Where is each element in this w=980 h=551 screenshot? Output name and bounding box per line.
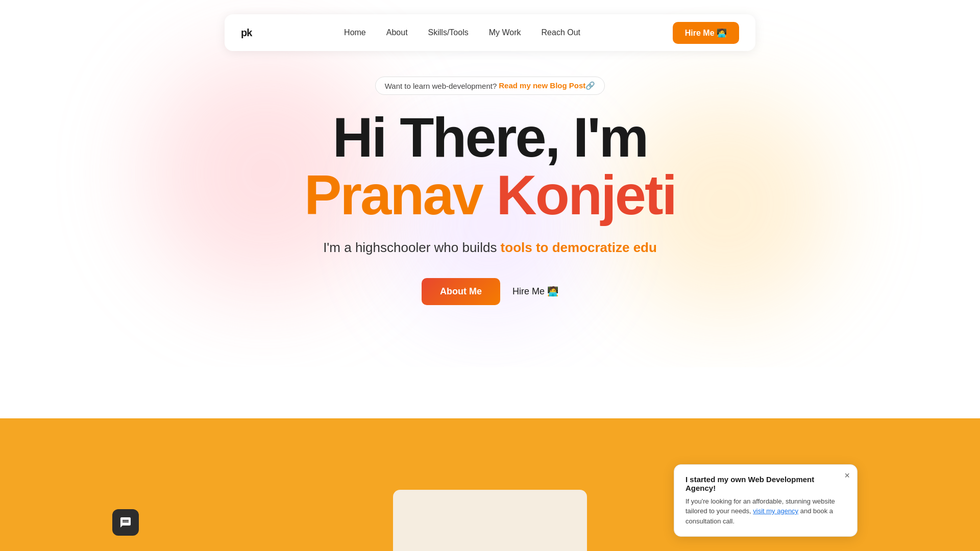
name-konjeti: Konjeti — [496, 163, 676, 226]
popup-close-button[interactable]: × — [844, 471, 850, 480]
about-me-button[interactable]: About Me — [422, 278, 500, 305]
blog-pill: Want to learn web-development? Read my n… — [375, 77, 605, 95]
hire-me-button-nav[interactable]: Hire Me 🧑‍💻 — [673, 22, 739, 44]
name-pranav: Pranav — [304, 163, 482, 226]
navbar-logo: pk — [241, 27, 252, 39]
nav-home[interactable]: Home — [344, 28, 366, 37]
nav-my-work[interactable]: My Work — [489, 28, 521, 37]
pill-text: Want to learn web-development? — [385, 82, 497, 90]
agency-popup: × I started my own Web Development Agenc… — [674, 464, 857, 537]
popup-text: If you're looking for an affordable, stu… — [685, 496, 846, 527]
hero-cta: About Me Hire Me 🧑‍💻 — [422, 278, 558, 305]
hire-me-link-hero[interactable]: Hire Me 🧑‍💻 — [512, 286, 558, 297]
nav-about[interactable]: About — [386, 28, 408, 37]
nav-skills[interactable]: Skills/Tools — [428, 28, 469, 37]
hero-section: Want to learn web-development? Read my n… — [0, 77, 980, 305]
hero-subtitle: I'm a highschooler who builds tools to d… — [323, 240, 657, 256]
hero-title-line2: Pranav Konjeti — [304, 165, 676, 224]
navbar: pk Home About Skills/Tools My Work Reach… — [225, 14, 755, 51]
bottom-card — [393, 490, 587, 551]
chat-icon-button[interactable] — [112, 509, 139, 536]
popup-title: I started my own Web Development Agency! — [685, 475, 846, 492]
pill-link[interactable]: Read my new Blog Post🔗 — [499, 81, 595, 90]
hero-title-line1: Hi There, I'm — [333, 109, 648, 165]
subtitle-highlight: tools to democratize edu — [501, 240, 657, 255]
navbar-links: Home About Skills/Tools My Work Reach Ou… — [344, 28, 580, 37]
subtitle-prefix: I'm a highschooler who builds — [323, 240, 500, 255]
popup-agency-link[interactable]: visit my agency — [753, 507, 798, 515]
nav-reach-out[interactable]: Reach Out — [542, 28, 580, 37]
chat-icon — [119, 516, 132, 529]
